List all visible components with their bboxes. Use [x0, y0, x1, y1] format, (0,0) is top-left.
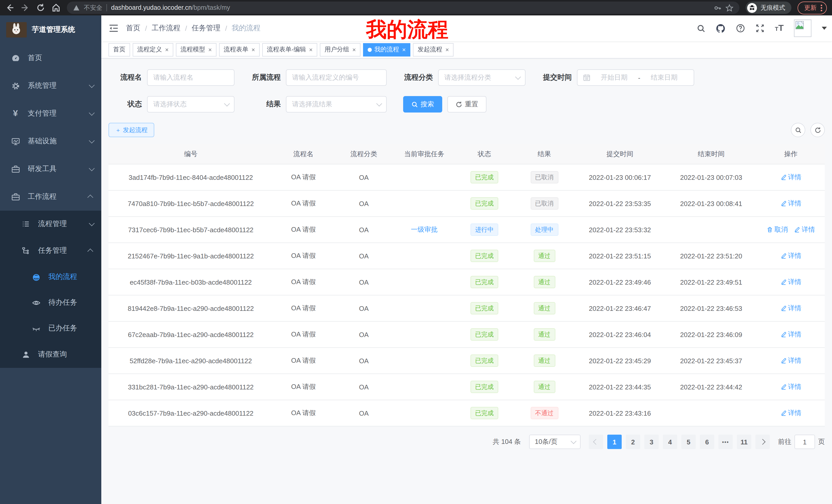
sidebar-item-todo-tasks[interactable]: 待办任务 — [0, 290, 101, 315]
search-icon — [411, 101, 418, 108]
goto-page-input[interactable]: 1 — [795, 435, 815, 449]
page-button-4[interactable]: 4 — [663, 435, 677, 449]
process-definition-input[interactable]: 请输入流程定义的编号 — [286, 69, 387, 86]
status-badge: 已完成 — [470, 250, 498, 262]
fullscreen-icon[interactable] — [755, 24, 765, 33]
sidebar-item-task-mgmt[interactable]: 任务管理 — [0, 237, 101, 264]
sidebar-item-payment[interactable]: ¥ 支付管理 — [0, 100, 101, 128]
status-label: 状态 — [119, 100, 142, 109]
tab-home[interactable]: 首页 — [108, 43, 130, 56]
help-icon[interactable] — [736, 24, 745, 33]
next-page-button[interactable] — [755, 435, 770, 449]
date-range-picker[interactable]: 开始日期 - 结束日期 — [577, 69, 694, 86]
detail-link[interactable]: 详情 — [780, 382, 801, 391]
eye-closed-icon — [31, 324, 41, 333]
page-button-1[interactable]: 1 — [607, 435, 622, 449]
close-icon[interactable]: × — [208, 47, 212, 53]
update-button[interactable]: 更新 — [798, 1, 827, 14]
page-button-3[interactable]: 3 — [644, 435, 659, 449]
browser-window: 不安全 dashboard.yudao.iocoder.cn/bpm/task/… — [0, 0, 832, 504]
category-select[interactable]: 请选择流程分类 — [438, 69, 525, 86]
submit-time-label: 提交时间 — [542, 73, 572, 82]
toolbox-icon — [10, 192, 21, 201]
refresh-button[interactable] — [810, 123, 825, 137]
status-badge: 已完成 — [470, 381, 498, 393]
process-name-input[interactable]: 请输入流程名 — [147, 69, 234, 86]
edit-icon — [794, 227, 800, 233]
close-icon[interactable]: × — [309, 47, 313, 53]
search-button[interactable]: 搜索 — [403, 96, 442, 113]
page-button-2[interactable]: 2 — [626, 435, 640, 449]
status-badge: 进行中 — [470, 223, 498, 236]
calendar-icon — [583, 74, 590, 81]
detail-link[interactable]: 详情 — [780, 356, 801, 365]
start-process-button[interactable]: ＋ 发起流程 — [108, 123, 154, 137]
browser-menu-icon[interactable] — [821, 4, 822, 11]
url-path: /bpm/task/my — [192, 4, 230, 11]
font-size-icon[interactable]: TT — [775, 23, 784, 33]
detail-link[interactable]: 详情 — [780, 277, 801, 287]
prev-page-button[interactable] — [589, 435, 603, 449]
sidebar-item-home[interactable]: 首页 — [0, 44, 101, 72]
detail-link[interactable]: 详情 — [780, 304, 801, 313]
page-size-select[interactable]: 10条/页 — [529, 435, 580, 449]
bookmark-star-icon[interactable] — [726, 4, 733, 11]
back-icon[interactable] — [5, 3, 15, 12]
tab-process-model[interactable]: 流程模型× — [176, 43, 216, 56]
result-select[interactable]: 请选择流结果 — [286, 96, 387, 113]
tab-start-process[interactable]: 发起流程× — [413, 43, 453, 56]
edit-icon — [780, 305, 786, 311]
show-search-button[interactable] — [791, 123, 805, 137]
page-button-11[interactable]: 11 — [737, 435, 751, 449]
sidebar-item-process-mgmt[interactable]: 流程管理 — [0, 211, 101, 237]
sidebar-item-system[interactable]: 系统管理 — [0, 72, 101, 100]
detail-link[interactable]: 详情 — [780, 409, 801, 418]
breadcrumb-task-mgmt[interactable]: 任务管理 — [192, 24, 220, 33]
cancel-link[interactable]: 取消 — [767, 225, 788, 234]
close-icon[interactable]: × — [352, 47, 356, 53]
sidebar-item-leave-query[interactable]: 请假查询 — [0, 341, 101, 368]
detail-link[interactable]: 详情 — [780, 251, 801, 260]
key-icon[interactable] — [714, 4, 722, 11]
sidebar-item-devtools[interactable]: 研发工具 — [0, 155, 101, 183]
status-select[interactable]: 请选择状态 — [147, 96, 234, 113]
avatar-caret-icon[interactable] — [822, 27, 827, 30]
close-icon[interactable]: × — [402, 47, 406, 53]
reset-button[interactable]: 重置 — [447, 96, 487, 113]
github-icon[interactable] — [716, 23, 726, 33]
sidebar-item-done-tasks[interactable]: 已办任务 — [0, 315, 101, 341]
page-button-5[interactable]: 5 — [681, 435, 696, 449]
detail-link[interactable]: 详情 — [780, 330, 801, 339]
close-icon[interactable]: × — [445, 47, 449, 53]
breadcrumb-workflow[interactable]: 工作流程 — [152, 24, 181, 33]
table-row: 52ffd28e-7b9a-11ec-a290-acde48001122 OA … — [108, 347, 825, 374]
close-icon[interactable]: × — [165, 47, 169, 53]
sidebar-item-workflow[interactable]: 工作流程 — [0, 183, 101, 211]
page-button-6[interactable]: 6 — [700, 435, 714, 449]
sidebar-item-infra[interactable]: 基础设施 — [0, 128, 101, 155]
result-badge: 通过 — [534, 276, 555, 288]
search-icon[interactable] — [697, 24, 705, 33]
detail-link[interactable]: 详情 — [780, 173, 801, 182]
tab-process-definition[interactable]: 流程定义× — [133, 43, 173, 56]
current-task-link[interactable]: 一级审批 — [411, 225, 438, 234]
result-badge: 通过 — [534, 328, 555, 341]
home-icon[interactable] — [51, 3, 61, 12]
address-bar[interactable]: 不安全 dashboard.yudao.iocoder.cn/bpm/task/… — [67, 2, 739, 14]
detail-link[interactable]: 详情 — [780, 199, 801, 208]
forward-icon[interactable] — [21, 3, 30, 12]
tab-process-form[interactable]: 流程表单× — [219, 43, 260, 56]
breadcrumb-home[interactable]: 首页 — [126, 24, 140, 33]
detail-link[interactable]: 详情 — [794, 225, 815, 234]
reload-icon[interactable] — [36, 3, 45, 12]
avatar[interactable] — [794, 20, 811, 37]
tab-my-process[interactable]: 我的流程× — [363, 43, 410, 56]
hamburger-icon[interactable] — [101, 23, 126, 33]
tab-user-group[interactable]: 用户分组× — [320, 43, 361, 56]
table-row: 7470a810-7b9b-11ec-b5b7-acde48001122 OA … — [108, 190, 825, 217]
eye-icon — [31, 298, 41, 307]
close-icon[interactable]: × — [252, 47, 255, 53]
sidebar-item-my-process[interactable]: 我的流程 — [0, 264, 101, 290]
tab-process-form-edit[interactable]: 流程表单-编辑× — [262, 43, 317, 56]
more-pages-button[interactable]: ••• — [718, 435, 733, 449]
